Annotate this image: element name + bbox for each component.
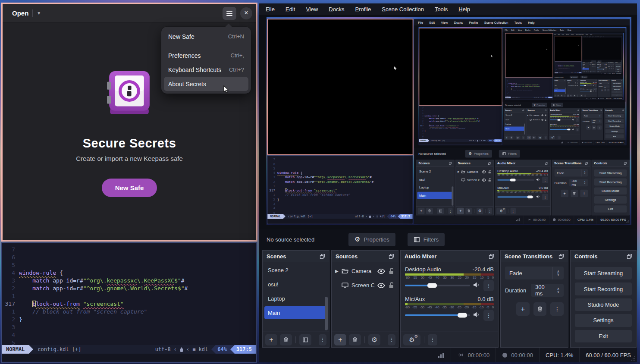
- add-transition-button[interactable]: +: [586, 126, 590, 130]
- slider-handle[interactable]: [603, 69, 604, 69]
- visibility-eye-icon[interactable]: [482, 170, 486, 173]
- remove-source-button[interactable]: [349, 334, 361, 345]
- spinner-arrows-icon[interactable]: ∧∨: [582, 171, 588, 175]
- settings-button[interactable]: Settings: [612, 91, 622, 93]
- scene-item[interactable]: osu!: [264, 278, 327, 291]
- popout-icon[interactable]: [606, 63, 606, 63]
- preview-canvas[interactable]: 7654window-rule {3 match app-id=r#"^org\…: [267, 17, 631, 225]
- menubar-item-view[interactable]: View: [518, 29, 522, 31]
- filters-button[interactable]: Filters: [551, 103, 563, 107]
- volume-slider[interactable]: [497, 179, 534, 180]
- popout-icon[interactable]: [577, 80, 578, 81]
- preview-canvas[interactable]: 7654window-rule {3 match app-id=r#"^org\…: [555, 36, 622, 74]
- transition-menu-button[interactable]: ⋮: [550, 302, 564, 316]
- studio-mode-button[interactable]: Studio Mode: [605, 124, 624, 129]
- resize-grip[interactable]: [626, 220, 629, 223]
- popout-icon[interactable]: [449, 162, 452, 165]
- slider-handle[interactable]: [510, 179, 516, 181]
- popout-icon[interactable]: [622, 110, 624, 111]
- channel-menu-button[interactable]: ⋮: [605, 66, 607, 67]
- exit-button[interactable]: Exit: [605, 134, 624, 138]
- properties-button[interactable]: ⚙ Properties: [465, 150, 492, 158]
- menu-item-keyboard-shortcuts[interactable]: Keyboard ShortcutsCtrl+?: [164, 63, 248, 77]
- preview-canvas[interactable]: 7654window-rule {3 match app-id=r#"^org\…: [505, 33, 624, 100]
- transitions-header[interactable]: Scene Transitions: [581, 109, 603, 113]
- volume-slider[interactable]: [550, 119, 571, 120]
- settings-button[interactable]: Settings: [605, 129, 624, 133]
- source-row[interactable]: ▶Camera: [332, 264, 398, 278]
- open-safe-button[interactable]: Open ▼: [9, 7, 44, 20]
- popout-icon[interactable]: [320, 254, 325, 259]
- scenes-header[interactable]: Scenes: [416, 160, 454, 166]
- sources-header[interactable]: Sources: [526, 109, 548, 113]
- volume-slider[interactable]: [405, 314, 470, 316]
- remove-scene-button[interactable]: [557, 94, 559, 97]
- source-row[interactable]: ▶Screen Ca: [567, 84, 579, 87]
- scene-item[interactable]: osu!: [505, 117, 525, 122]
- speaker-icon[interactable]: [536, 178, 540, 182]
- speaker-icon[interactable]: [593, 90, 594, 92]
- duration-spinbox[interactable]: 300 ms ∧∨: [591, 119, 602, 124]
- scrollbar[interactable]: [524, 123, 525, 134]
- scene-filters-button[interactable]: [437, 208, 444, 214]
- slider-handle[interactable]: [567, 129, 570, 131]
- visibility-eye-icon[interactable]: [377, 282, 385, 289]
- popout-icon[interactable]: [588, 63, 589, 63]
- menubar-item-help[interactable]: Help: [568, 29, 571, 31]
- remove-transition-button[interactable]: [592, 126, 596, 130]
- lock-open-icon[interactable]: [545, 114, 547, 116]
- channel-menu-button[interactable]: ⋮: [605, 69, 607, 70]
- resize-grip[interactable]: [630, 355, 636, 361]
- transition-select[interactable]: Fade ∧∨: [608, 64, 614, 65]
- sources-menu-button[interactable]: ⋮: [544, 136, 547, 139]
- popout-icon[interactable]: [621, 63, 621, 63]
- mixer-menu-button[interactable]: ⋮: [428, 334, 437, 345]
- popout-icon[interactable]: [545, 162, 548, 165]
- add-source-button[interactable]: +: [567, 94, 569, 97]
- scene-item[interactable]: osu!: [554, 84, 566, 87]
- speaker-icon[interactable]: [572, 119, 575, 121]
- scenes-header[interactable]: Scenes: [504, 109, 525, 113]
- lock-open-icon[interactable]: [488, 178, 491, 182]
- scene-item[interactable]: Main: [264, 306, 327, 319]
- menubar-item-edit[interactable]: Edit: [511, 29, 514, 31]
- menubar-item-view[interactable]: View: [306, 6, 318, 13]
- menubar-item-help[interactable]: Help: [590, 34, 592, 35]
- source-row[interactable]: ▶Camera: [526, 113, 548, 118]
- transitions-header[interactable]: Scene Transitions: [552, 160, 590, 166]
- exit-button[interactable]: Exit: [594, 205, 627, 213]
- sources-menu-button[interactable]: ⋮: [577, 94, 578, 97]
- visibility-eye-icon[interactable]: [575, 82, 576, 84]
- popout-icon[interactable]: [488, 162, 491, 165]
- start-streaming-button[interactable]: Start Streaming: [605, 114, 624, 118]
- chevron-down-icon[interactable]: ▼: [37, 11, 41, 16]
- transition-select[interactable]: Fade ∧∨: [599, 82, 609, 85]
- lock-open-icon[interactable]: [488, 170, 491, 174]
- scenes-menu-button[interactable]: ⋮: [448, 208, 452, 214]
- popout-icon[interactable]: [621, 80, 622, 81]
- mixer-header[interactable]: Audio Mixer: [495, 160, 551, 166]
- scene-item[interactable]: Scene 2: [417, 167, 453, 175]
- speaker-icon[interactable]: [473, 311, 480, 320]
- scenes-menu-button[interactable]: ⋮: [319, 334, 326, 345]
- spinner-arrows-icon[interactable]: ∧∨: [608, 83, 610, 84]
- source-properties-button[interactable]: ⚙: [538, 136, 542, 139]
- menu-item-about-secrets[interactable]: About Secrets: [164, 77, 248, 91]
- menubar-item-docks[interactable]: Docks: [329, 6, 344, 13]
- resize-grip[interactable]: [621, 73, 621, 74]
- speaker-icon[interactable]: [605, 69, 605, 69]
- scene-item[interactable]: Scene 2: [505, 113, 525, 117]
- lock-open-icon[interactable]: [596, 64, 596, 65]
- remove-transition-button[interactable]: [611, 68, 612, 69]
- menubar-item-scene-collection[interactable]: Scene Collection: [576, 34, 584, 35]
- channel-menu-button[interactable]: ⋮: [483, 280, 494, 291]
- remove-scene-button[interactable]: [426, 208, 433, 214]
- speaker-icon[interactable]: [605, 66, 605, 66]
- preview-canvas[interactable]: 7654window-rule {3 match app-id=r#"^org\…: [418, 27, 626, 145]
- studio-mode-button[interactable]: Studio Mode: [615, 67, 621, 69]
- add-source-button[interactable]: +: [527, 136, 531, 139]
- vim-code-area[interactable]: 7654window-rule {3 match app-id=r#"^org\…: [555, 62, 581, 72]
- transition-select[interactable]: Fade ∧∨: [583, 114, 602, 118]
- start-streaming-button[interactable]: Start Streaming: [594, 169, 627, 177]
- slider-handle[interactable]: [584, 85, 586, 86]
